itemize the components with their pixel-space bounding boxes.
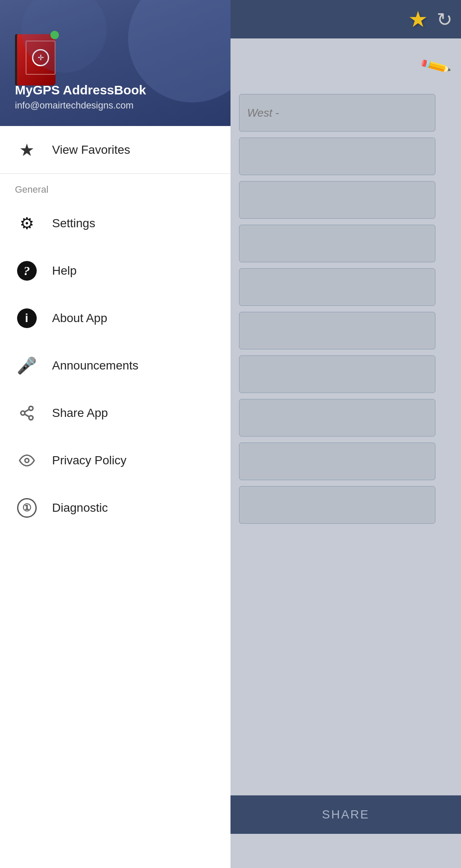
input-field-5[interactable]	[239, 268, 435, 306]
share-icon	[15, 401, 38, 425]
settings-icon: ⚙	[15, 211, 38, 235]
app-email: info@omairtechdesigns.com	[15, 100, 216, 111]
west-text: West -	[247, 106, 279, 120]
favorites-icon: ★	[15, 138, 38, 161]
announcements-item[interactable]: 🎤 Announcements	[0, 342, 230, 389]
main-topbar: ★ ↻	[230, 0, 461, 38]
share-button-main[interactable]: SHARE	[230, 795, 461, 834]
nav-drawer: MyGPS AddressBook info@omairtechdesigns.…	[0, 0, 230, 868]
svg-line-4	[24, 409, 29, 412]
drawer-header: MyGPS AddressBook info@omairtechdesigns.…	[0, 0, 230, 126]
about-app-label: About App	[52, 311, 107, 325]
pencil-area: ✏️	[230, 47, 461, 85]
share-app-item[interactable]: Share App	[0, 389, 230, 437]
star-icon[interactable]: ★	[408, 6, 428, 32]
announcements-label: Announcements	[52, 359, 138, 372]
privacy-policy-label: Privacy Policy	[52, 454, 126, 467]
mic-icon: 🎤	[15, 354, 38, 377]
general-section-header: General	[0, 174, 230, 199]
favorites-section: ★ View Favorites	[0, 126, 230, 174]
diagnostic-icon: ①	[15, 496, 38, 519]
settings-item[interactable]: ⚙ Settings	[0, 199, 230, 247]
input-field-3[interactable]	[239, 181, 435, 219]
refresh-icon[interactable]: ↻	[437, 9, 452, 30]
help-label: Help	[52, 264, 77, 278]
svg-line-3	[24, 414, 29, 416]
svg-point-5	[25, 458, 29, 462]
drawer-body: ★ View Favorites General ⚙ Settings ? He…	[0, 126, 230, 868]
input-field-2[interactable]	[239, 138, 435, 175]
help-item[interactable]: ? Help	[0, 247, 230, 294]
pencil-icon[interactable]: ✏️	[418, 50, 452, 83]
location-dot-icon	[50, 31, 59, 39]
privacy-policy-item[interactable]: Privacy Policy	[0, 437, 230, 484]
input-field-7[interactable]	[239, 355, 435, 393]
view-favorites-label: View Favorites	[52, 143, 130, 157]
diagnostic-label: Diagnostic	[52, 501, 108, 515]
input-field-10[interactable]	[239, 486, 435, 524]
about-icon: i	[15, 306, 38, 330]
input-field-6[interactable]	[239, 312, 435, 349]
eye-icon	[15, 449, 38, 472]
app-logo	[15, 34, 58, 83]
book-cover-content	[26, 41, 55, 75]
share-app-label: Share App	[52, 406, 108, 420]
settings-label: Settings	[52, 217, 95, 230]
input-field-4[interactable]	[239, 225, 435, 262]
help-icon: ?	[15, 259, 38, 282]
west-input-field[interactable]: West -	[239, 94, 435, 132]
about-app-item[interactable]: i About App	[0, 294, 230, 342]
input-field-9[interactable]	[239, 443, 435, 480]
diagnostic-item[interactable]: ① Diagnostic	[0, 484, 230, 531]
view-favorites-item[interactable]: ★ View Favorites	[0, 126, 230, 173]
crosshair-icon	[32, 49, 49, 66]
app-name: MyGPS AddressBook	[15, 83, 216, 97]
input-field-8[interactable]	[239, 399, 435, 437]
share-button-label: SHARE	[322, 808, 369, 821]
book-body	[17, 34, 55, 85]
right-input-fields: West -	[239, 94, 435, 524]
